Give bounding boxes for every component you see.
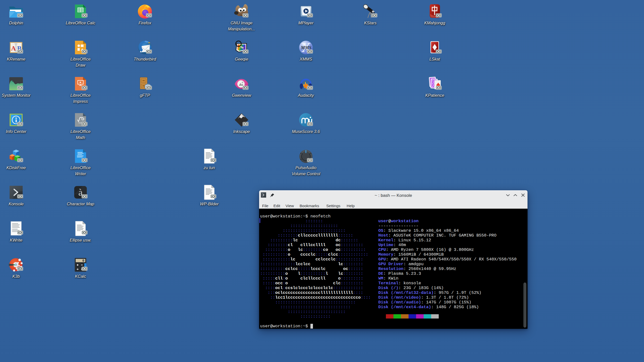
svg-text:MMS: MMS: [301, 45, 311, 50]
svg-text:0: 0: [82, 259, 84, 263]
